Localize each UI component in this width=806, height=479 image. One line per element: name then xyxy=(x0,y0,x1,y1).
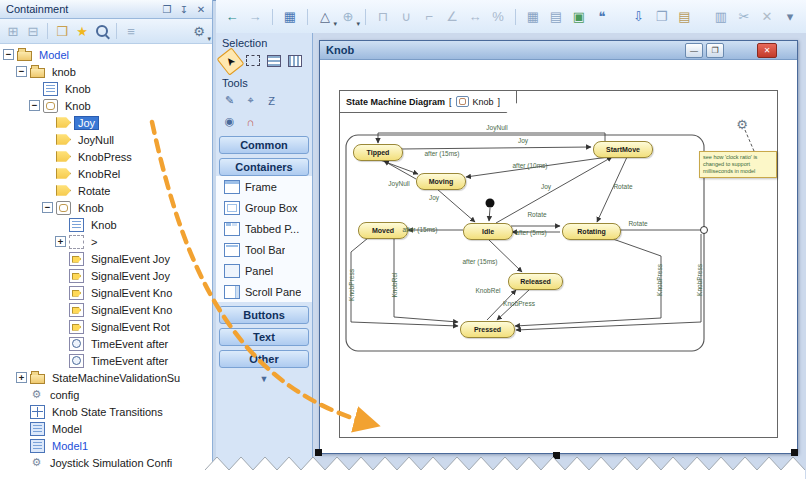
tree-item[interactable]: Knob xyxy=(0,80,212,97)
comment-icon[interactable]: ❝ xyxy=(592,7,612,26)
forward-icon[interactable]: → xyxy=(245,7,265,26)
toolbox-section-common[interactable]: Common xyxy=(219,136,309,154)
state-node[interactable]: Tipped xyxy=(353,144,403,161)
marquee-tool-icon[interactable] xyxy=(243,52,262,69)
tree-item[interactable]: + > xyxy=(0,233,212,250)
tree-item[interactable]: SignalEvent Kno xyxy=(0,284,212,301)
select-related-tool-icon[interactable] xyxy=(264,52,283,69)
state-node[interactable]: Idle xyxy=(463,223,513,240)
state-node[interactable]: Moved xyxy=(358,222,408,239)
toolbox-section-containers[interactable]: Containers xyxy=(219,158,309,176)
copy-icon[interactable]: ❐ xyxy=(652,7,672,26)
overflow-icon[interactable]: ▾ xyxy=(780,7,800,26)
pointer-tool-icon[interactable]: ➤ xyxy=(217,47,245,75)
tree-expander-icon[interactable]: + xyxy=(55,236,66,247)
search-icon[interactable] xyxy=(92,22,112,41)
tree-item[interactable]: KnobRel xyxy=(0,165,212,182)
tree-item[interactable]: TimeEvent after xyxy=(0,335,212,352)
tree-expander-icon[interactable]: − xyxy=(3,49,14,60)
layers-icon[interactable]: ▤ xyxy=(546,7,566,26)
state-node[interactable]: StartMove xyxy=(593,141,653,158)
toolbox-item-scroll-pane[interactable]: Scroll Pane xyxy=(216,281,312,302)
tree-item[interactable]: Joy xyxy=(0,114,212,131)
clipboard-icon[interactable]: ▥ xyxy=(711,7,731,26)
paste-icon[interactable]: ▤ xyxy=(675,7,695,26)
tree-item[interactable]: Model xyxy=(0,420,212,437)
selection-handle[interactable] xyxy=(553,452,560,459)
toolbox-section-text[interactable]: Text xyxy=(219,328,309,346)
print-export-icon[interactable]: ⇩ xyxy=(629,7,649,26)
tree-item[interactable]: Knob State Transitions xyxy=(0,403,212,420)
tree-expander-icon[interactable]: + xyxy=(16,372,27,383)
zoom-percent-icon[interactable]: % xyxy=(488,7,508,26)
snap-icon[interactable]: ∪ xyxy=(396,7,416,26)
cut-icon[interactable]: ✂ xyxy=(734,7,754,26)
back-icon[interactable]: ← xyxy=(222,7,242,26)
toolbox-section-buttons[interactable]: Buttons xyxy=(219,306,309,324)
tree-item[interactable]: − Model xyxy=(0,46,212,63)
state-node[interactable]: Released xyxy=(508,273,563,290)
tree-expander-icon[interactable]: − xyxy=(42,202,53,213)
maximize-button[interactable]: ❐ xyxy=(706,43,724,58)
tree-item[interactable]: TimeEvent after xyxy=(0,352,212,369)
add-element-icon[interactable]: ⊕▾ xyxy=(338,7,358,26)
selection-handle[interactable] xyxy=(315,449,322,456)
knob-diagram-window[interactable]: Knob —❐✕ State Machine Diagram [ Knob ] xyxy=(319,40,798,454)
diagram-note[interactable]: see how 'clock ratio' is changed to supp… xyxy=(699,151,777,178)
tree-item[interactable]: Joystick Simulation Confi xyxy=(0,454,212,471)
favorites-icon[interactable]: ★ xyxy=(72,22,92,41)
tree-item[interactable]: JoyNull xyxy=(0,131,212,148)
image-shape-icon[interactable]: ▣ xyxy=(569,7,589,26)
state-node[interactable]: Pressed xyxy=(460,321,515,338)
minimize-button[interactable]: — xyxy=(685,43,703,58)
stamp-tool-icon[interactable]: ✎ xyxy=(220,92,239,109)
expand-all-icon[interactable]: ⊞ xyxy=(3,22,23,41)
tree-item[interactable]: KnobPress xyxy=(0,148,212,165)
tree-item[interactable]: − knob xyxy=(0,63,212,80)
tree-item[interactable]: Knob xyxy=(0,216,212,233)
delete-icon[interactable]: ✕ xyxy=(757,7,777,26)
quick-shape-icon[interactable]: △▾ xyxy=(315,7,335,26)
float-panel-icon[interactable]: ❐ xyxy=(160,3,174,16)
tree-expander-icon[interactable]: − xyxy=(29,100,40,111)
toolbox-item-frame[interactable]: Frame xyxy=(216,176,312,197)
diagram-surface[interactable]: State Machine Diagram [ Knob ] xyxy=(320,60,795,453)
tree-item[interactable]: Rotate xyxy=(0,182,212,199)
open-model-icon[interactable]: ❒ xyxy=(52,22,72,41)
diagram-canvas-area[interactable]: Knob —❐✕ State Machine Diagram [ Knob ] xyxy=(313,33,806,479)
tree-item[interactable]: Model1 xyxy=(0,437,212,454)
tree-expander-icon[interactable]: − xyxy=(16,66,27,77)
zoom-tool-icon[interactable]: Ƶ xyxy=(262,92,281,109)
collapse-all-icon[interactable]: ⊟ xyxy=(23,22,43,41)
grid-icon[interactable]: ▦ xyxy=(523,7,543,26)
magnet-tool-icon[interactable]: ∩ xyxy=(241,113,260,130)
close-button[interactable]: ✕ xyxy=(757,43,777,58)
toolbox-overflow-button[interactable]: ▼ xyxy=(216,368,312,384)
tree-item[interactable]: SignalEvent Joy xyxy=(0,250,212,267)
toolbox-item-group-box[interactable]: Group Box xyxy=(216,197,312,218)
select-structure-tool-icon[interactable] xyxy=(285,52,304,69)
open-diagram-icon[interactable]: ▦ xyxy=(280,7,300,26)
fit-width-icon[interactable]: ↔ xyxy=(465,7,485,26)
toolbox-item-tabbed-p-[interactable]: Tabbed P... xyxy=(216,218,312,239)
note-tool-icon[interactable]: ◉ xyxy=(220,113,239,130)
pin-panel-icon[interactable]: ↧ xyxy=(177,3,191,16)
close-panel-icon[interactable]: ✕ xyxy=(194,3,208,16)
selection-handle[interactable] xyxy=(791,449,798,456)
filter-icon[interactable]: ≡ xyxy=(121,22,141,41)
tree-item[interactable]: SignalEvent Rot xyxy=(0,318,212,335)
rectilinear-path-icon[interactable]: ⌐ xyxy=(419,7,439,26)
tree-item[interactable]: config xyxy=(0,386,212,403)
tree-item[interactable]: − Knob xyxy=(0,199,212,216)
knob-window-titlebar[interactable]: Knob —❐✕ xyxy=(320,41,797,60)
tree-item[interactable]: + StateMachineValidationSu xyxy=(0,369,212,386)
state-node[interactable]: Rotating xyxy=(562,223,621,240)
lock-view-icon[interactable]: ⊓ xyxy=(373,7,393,26)
oblique-path-icon[interactable]: ∠ xyxy=(442,7,462,26)
toolbox-item-tool-bar[interactable]: Tool Bar xyxy=(216,239,312,260)
tree-item[interactable]: SignalEvent Kno xyxy=(0,301,212,318)
toolbox-section-other[interactable]: Other xyxy=(219,350,309,368)
target-tool-icon[interactable]: ⌖ xyxy=(241,92,260,109)
tree-item[interactable]: SignalEvent Joy xyxy=(0,267,212,284)
tree-item[interactable]: − Knob xyxy=(0,97,212,114)
